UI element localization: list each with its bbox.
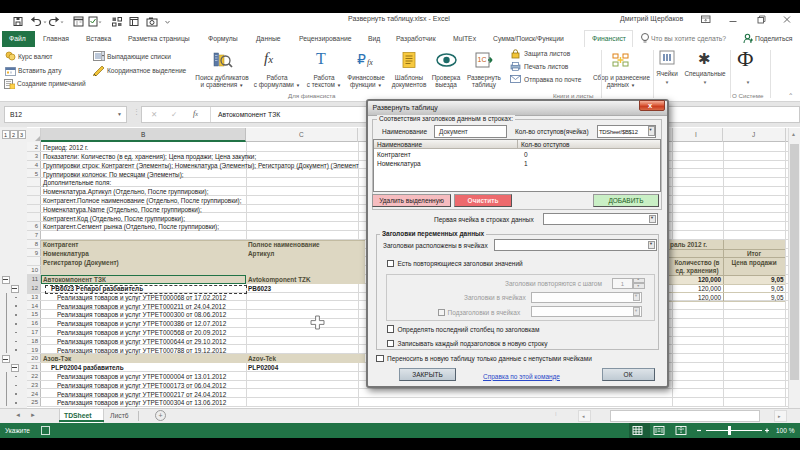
svg-text:1C: 1C	[478, 56, 487, 63]
